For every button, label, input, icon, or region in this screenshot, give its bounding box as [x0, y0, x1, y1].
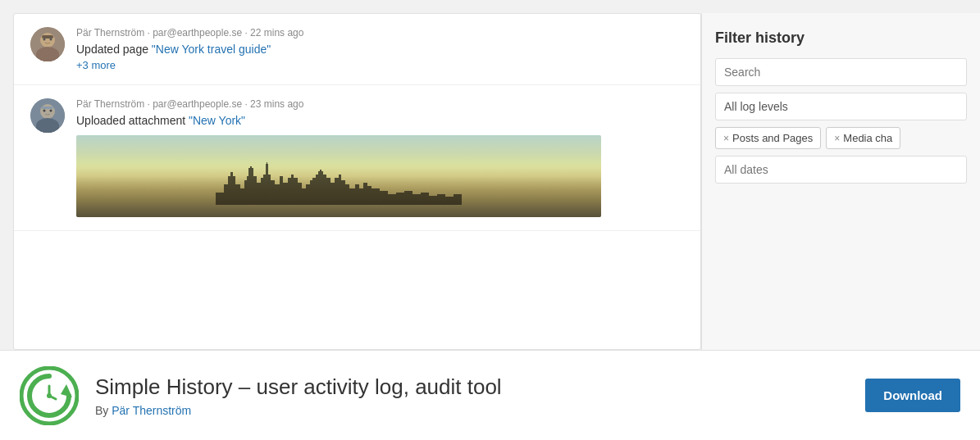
activity-content: Pär Thernström · par@earthpeople.se · 22…: [76, 27, 684, 71]
action-prefix: Uploaded attachment: [76, 114, 189, 127]
filter-tag-posts: × Posts and Pages: [715, 127, 821, 149]
plugin-info: Simple History – user activity log, audi…: [95, 374, 849, 417]
more-link[interactable]: +3 more: [76, 59, 684, 71]
activity-item: Pär Thernström · par@earthpeople.se · 23…: [14, 85, 700, 231]
action-link[interactable]: "New York": [189, 114, 245, 127]
svg-point-2: [37, 50, 58, 61]
by-label: By: [95, 404, 112, 417]
filter-panel: Filter history All log levels × Posts an…: [701, 13, 980, 350]
svg-point-1: [40, 33, 55, 48]
activity-action: Updated page "New York travel guide": [76, 43, 684, 56]
search-input[interactable]: [715, 58, 967, 86]
svg-point-10: [50, 110, 52, 112]
avatar: [30, 27, 65, 61]
image-preview: [76, 135, 601, 217]
svg-point-8: [37, 121, 58, 133]
svg-point-9: [43, 110, 46, 112]
svg-rect-5: [42, 35, 53, 39]
svg-rect-11: [42, 107, 53, 109]
plugin-author: By Pär Thernström: [95, 404, 849, 417]
filter-tag-label: Posts and Pages: [732, 132, 813, 144]
plugin-icon: [20, 366, 79, 425]
log-levels-select[interactable]: All log levels: [715, 93, 967, 120]
top-section: Pär Thernström · par@earthpeople.se · 22…: [0, 0, 980, 350]
activity-item: Pär Thernström · par@earthpeople.se · 22…: [14, 14, 700, 85]
author-link[interactable]: Pär Thernström: [112, 404, 191, 417]
activity-action: Uploaded attachment "New York": [76, 114, 684, 127]
plugin-bar: Simple History – user activity log, audi…: [0, 350, 980, 440]
filter-title: Filter history: [715, 29, 967, 47]
remove-tag-media[interactable]: ×: [834, 133, 840, 144]
filter-tag-media: × Media cha: [826, 127, 900, 149]
svg-point-7: [40, 104, 55, 119]
dates-input[interactable]: [715, 156, 967, 184]
activity-meta: Pär Thernström · par@earthpeople.se · 22…: [76, 27, 684, 39]
activity-panel: Pär Thernström · par@earthpeople.se · 22…: [13, 13, 701, 350]
plugin-name: Simple History – user activity log, audi…: [95, 374, 849, 400]
filter-tag-label: Media cha: [843, 132, 892, 144]
activity-meta: Pär Thernström · par@earthpeople.se · 23…: [76, 98, 684, 110]
download-button[interactable]: Download: [865, 379, 960, 412]
avatar: [30, 98, 65, 133]
filter-tags: × Posts and Pages × Media cha: [715, 127, 967, 149]
action-link[interactable]: "New York travel guide": [152, 43, 271, 56]
svg-marker-13: [61, 384, 72, 397]
activity-content: Pär Thernström · par@earthpeople.se · 23…: [76, 98, 684, 217]
action-prefix: Updated page: [76, 43, 152, 56]
remove-tag-posts[interactable]: ×: [723, 133, 729, 144]
svg-line-16: [49, 396, 56, 399]
